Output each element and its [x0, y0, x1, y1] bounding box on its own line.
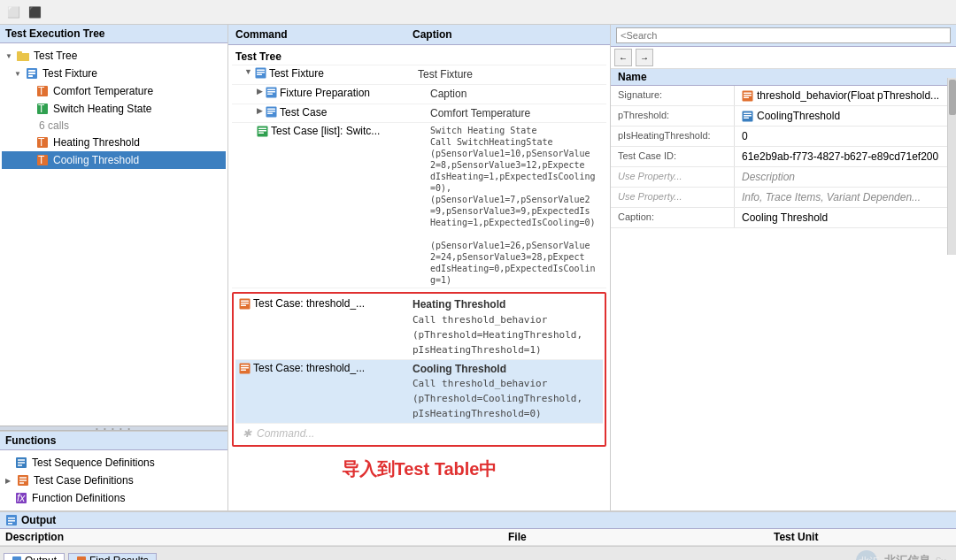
svg-rect-5 — [28, 73, 35, 74]
tab-find-results[interactable]: Find Results — [68, 553, 157, 560]
selection-box: Test Case: threshold_... Heating Thresho… — [232, 292, 606, 446]
functions-header: Functions — [0, 432, 227, 450]
tc-def-icon — [16, 473, 30, 487]
svg-text:T: T — [38, 136, 45, 149]
svg-rect-32 — [267, 93, 273, 95]
cmd-row-fixture[interactable]: ▼ Test Fixture Test Fixture — [232, 65, 606, 85]
prop-use1-value: Description — [735, 167, 956, 187]
prop-pisheating-value: 0 — [735, 127, 956, 146]
seq-def-label: Test Sequence Definitions — [32, 456, 222, 469]
right-toolbar: ← → — [611, 47, 956, 69]
svg-text:fx: fx — [17, 492, 26, 504]
toolbar-btn-1[interactable]: ⬜ — [4, 3, 23, 22]
func-def-icon: fx — [14, 491, 28, 505]
prop-caption: Caption: Cooling Threshold — [611, 208, 956, 228]
prop-tcid-value: 61e2b9ab-f773-4827-b627-e89cd71ef200 — [735, 147, 956, 166]
toolbar-btn-2[interactable]: ⬛ — [25, 3, 44, 22]
bottom-panel: Output Description File Test Unit Output… — [0, 510, 956, 560]
functions-list: Test Sequence Definitions Test Case Defi… — [0, 450, 227, 510]
props-name-header: Name — [611, 69, 956, 86]
scrollbar-thumb[interactable] — [949, 80, 956, 115]
tab-output[interactable]: Output — [4, 553, 65, 560]
switch-heating-icon: T — [35, 102, 50, 116]
cmd-row-cooling-threshold[interactable]: Test Case: threshold_... Cooling Thresho… — [235, 360, 603, 424]
prop-pthreshold-value: CoolingThreshold — [735, 106, 956, 126]
svg-rect-27 — [257, 72, 265, 73]
svg-rect-31 — [267, 91, 275, 93]
sidebar-item-seq-def[interactable]: Test Sequence Definitions — [2, 454, 226, 472]
tree-item-heating-threshold[interactable]: T Heating Threshold — [2, 134, 226, 151]
right-panel: ← → Name Signature: threshold_behavior(F… — [611, 25, 956, 510]
prop-use-prop-1[interactable]: Use Property... Description — [611, 167, 956, 188]
fixture-caption: Test Fixture — [418, 67, 603, 82]
tree-item-test-fixture[interactable]: Test Fixture — [2, 65, 226, 82]
mid-content: Test Tree ▼ Test Fixture Test Fixture ▶ … — [228, 45, 610, 510]
heating-threshold-icon: T — [35, 135, 50, 150]
tree-item-comfort-temp[interactable]: T Comfort Temperature — [2, 82, 226, 100]
chevron-fixture[interactable] — [14, 70, 25, 78]
svg-rect-48 — [241, 369, 246, 371]
svg-rect-38 — [258, 128, 266, 130]
svg-rect-42 — [241, 301, 249, 303]
watermark-area: 北汇 北汇信息 Sy... — [854, 548, 952, 560]
cmd-row-test-case[interactable]: ▶ Test Case Comfort Temperature — [232, 104, 606, 124]
ht-caption: Heating Threshold Call threshold_behavio… — [412, 297, 599, 357]
right-search-area — [611, 25, 956, 47]
mid-header: Command Caption — [228, 25, 610, 45]
bottom-columns: Description File Test Unit — [0, 529, 956, 546]
prop-tcid-label: Test Case ID: — [611, 147, 735, 166]
search-input[interactable] — [616, 27, 951, 43]
main-area: Test Execution Tree Test Tree Test Fixtu… — [0, 25, 956, 510]
tree-item-calls: 6 calls — [2, 118, 226, 134]
cmd-ht-cmd: Test Case: threshold_... — [239, 297, 412, 310]
tree-item-test-tree[interactable]: Test Tree — [2, 47, 226, 65]
toolbar-right-btn[interactable]: → — [636, 49, 653, 66]
cmd-row-heating-threshold[interactable]: Test Case: threshold_... Heating Thresho… — [235, 295, 603, 359]
svg-rect-46 — [241, 364, 249, 366]
cmd-row-switch-heating[interactable]: Test Case [list]: Switc... Switch Heatin… — [232, 123, 606, 288]
svg-rect-36 — [267, 112, 273, 114]
cmd-row-preparation[interactable]: ▶ Fixture Preparation Caption — [232, 85, 606, 104]
seq-def-icon — [14, 456, 28, 470]
command-placeholder[interactable]: Command... — [257, 427, 314, 440]
cmd-ct-cmd: Test Case: threshold_... — [239, 362, 412, 374]
comfort-temp-label: Comfort Temperature — [53, 85, 222, 97]
svg-rect-54 — [744, 112, 752, 114]
toolbar-left-btn[interactable]: ← — [614, 49, 632, 66]
svg-rect-62 — [77, 556, 86, 560]
middle-panel: Command Caption Test Tree ▼ Test Fixture — [228, 25, 611, 510]
tree-item-cooling-threshold[interactable]: T Cooling Threshold — [2, 151, 226, 169]
sidebar-item-func-def[interactable]: fx Function Definitions — [2, 489, 226, 507]
prop-use-prop-2[interactable]: Use Property... Info, Trace Items, Varia… — [611, 188, 956, 208]
svg-rect-52 — [744, 96, 749, 98]
svg-rect-26 — [257, 70, 265, 72]
cmd-switch-cmd: Test Case [list]: Switc... — [257, 125, 430, 139]
left-panel: Test Execution Tree Test Tree Test Fixtu… — [0, 25, 228, 510]
svg-rect-34 — [267, 108, 275, 110]
test-tree-label: Test Tree — [34, 50, 222, 62]
prop-use2-value: Info, Trace Items, Variant Dependen... — [735, 188, 956, 207]
chevron-tc-def[interactable] — [5, 477, 16, 485]
prop-signature-label: Signature: — [611, 86, 735, 105]
bottom-col-file: File — [508, 531, 774, 543]
folder-icon — [16, 49, 30, 63]
switch-caption: Switch Heating State Call SwitchHeatingS… — [430, 125, 603, 286]
chevron-test-tree[interactable] — [5, 52, 16, 60]
svg-rect-43 — [241, 303, 249, 304]
svg-rect-30 — [267, 88, 275, 90]
svg-rect-59 — [8, 520, 15, 522]
bottom-col-unit: Test Unit — [774, 531, 951, 543]
prop-pisheating-label: pIsHeatingThreshold: — [611, 127, 735, 146]
signature-icon — [742, 90, 753, 102]
switch-heating-label: Switch Heating State — [53, 103, 222, 115]
sidebar-item-tc-def[interactable]: Test Case Definitions — [2, 472, 226, 489]
svg-rect-56 — [744, 117, 749, 119]
command-input-row: ✱ Command... — [235, 424, 603, 443]
tree-item-switch-heating[interactable]: T Switch Heating State — [2, 100, 226, 118]
ht-cmd-icon — [239, 298, 251, 310]
ct-caption: Cooling Threshold Call threshold_behavio… — [412, 362, 599, 421]
right-scrollbar[interactable] — [947, 78, 956, 255]
bold-label-row: Test Tree — [232, 49, 606, 65]
properties-table: Signature: threshold_behavior(Float pThr… — [611, 86, 956, 510]
test-execution-tree-header: Test Execution Tree — [0, 25, 227, 43]
